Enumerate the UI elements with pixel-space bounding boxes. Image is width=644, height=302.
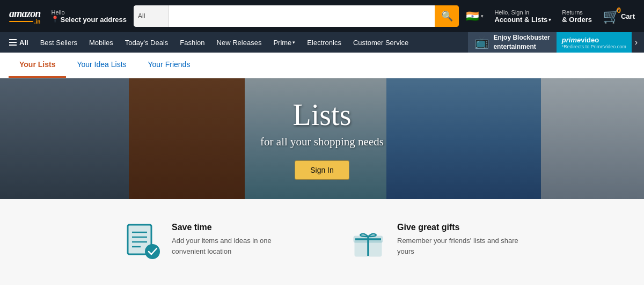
cart-count-badge: 0 xyxy=(617,6,621,14)
hamburger-icon xyxy=(9,39,17,46)
tab-your-friends[interactable]: Your Friends xyxy=(137,53,201,78)
nav-item-customer-service[interactable]: Customer Service xyxy=(347,32,414,53)
flag-chevron-icon: ▾ xyxy=(481,13,484,19)
returns-orders-link[interactable]: Returns & Orders xyxy=(558,6,596,26)
header: amazon .in Hello 📍 Select your address A… xyxy=(0,0,644,32)
india-flag-icon: 🇮🇳 xyxy=(466,10,479,23)
hero-subtitle: for all your shopping needs xyxy=(260,135,384,149)
banner-arrow-icon: › xyxy=(635,38,638,47)
address-main-text: Select your address xyxy=(60,16,127,24)
logo-text: amazon xyxy=(9,8,40,19)
search-icon: 🔍 xyxy=(441,10,453,22)
amazon-logo[interactable]: amazon .in xyxy=(5,5,44,27)
banner-text: Enjoy Blockbuster entertainment xyxy=(493,33,550,51)
account-label: Account & Lists xyxy=(494,16,547,24)
feature-give-gifts-title: Give great gifts xyxy=(397,223,521,232)
feature-save-time: Save time Add your items and ideas in on… xyxy=(123,223,295,261)
logo-country: .in xyxy=(34,19,41,25)
features-section: Save time Add your items and ideas in on… xyxy=(0,199,644,285)
prime-video-redirect-note: *Redirects to PrimeVideo.com xyxy=(562,44,626,49)
feature-give-gifts: Give great gifts Remember your friends' … xyxy=(349,223,521,261)
tab-your-lists[interactable]: Your Lists xyxy=(9,53,66,78)
address-hello: Hello xyxy=(51,9,127,16)
feature-give-gifts-desc: Remember your friends' lists and share y… xyxy=(397,235,521,256)
search-input[interactable] xyxy=(169,5,435,27)
prime-chevron-icon: ▾ xyxy=(292,40,295,45)
nav-item-mobiles[interactable]: Mobiles xyxy=(83,32,119,53)
address-selector[interactable]: Hello 📍 Select your address xyxy=(47,6,130,26)
cart-label: Cart xyxy=(621,12,635,20)
tv-icon: 📺 xyxy=(474,35,489,49)
search-category-select[interactable]: All xyxy=(134,5,169,27)
account-chevron-icon: ▾ xyxy=(548,17,551,23)
cart-button[interactable]: 🛒 0 Cart xyxy=(599,5,639,27)
returns-line1: Returns xyxy=(562,9,592,16)
nav-all-button[interactable]: All xyxy=(3,32,34,53)
account-menu[interactable]: Hello, Sign in Account & Lists ▾ xyxy=(491,6,555,26)
give-gifts-icon xyxy=(349,223,387,261)
nav-item-bestsellers[interactable]: Best Sellers xyxy=(34,32,83,53)
nav-item-electronics[interactable]: Electronics xyxy=(301,32,347,53)
svg-point-6 xyxy=(145,244,160,259)
nav-item-fashion[interactable]: Fashion xyxy=(174,32,210,53)
tabs-bar: Your Lists Your Idea Lists Your Friends xyxy=(0,53,644,78)
hero-content: Lists for all your shopping needs Sign I… xyxy=(260,98,384,180)
feature-save-time-desc: Add your items and ideas in one convenie… xyxy=(172,235,295,256)
location-pin-icon: 📍 xyxy=(51,16,59,23)
nav-item-new-releases[interactable]: New Releases xyxy=(211,32,268,53)
nav-item-prime[interactable]: Prime ▾ xyxy=(267,32,301,53)
feature-save-time-text: Save time Add your items and ideas in on… xyxy=(172,223,295,256)
navbar: All Best Sellers Mobiles Today's Deals F… xyxy=(0,32,644,53)
hero-signin-button[interactable]: Sign In xyxy=(295,160,349,180)
prime-video-banner[interactable]: 📺 Enjoy Blockbuster entertainment primev… xyxy=(468,32,641,53)
nav-all-label: All xyxy=(19,39,28,47)
search-button[interactable]: 🔍 xyxy=(435,5,459,27)
search-bar: All 🔍 xyxy=(134,5,459,27)
feature-give-gifts-text: Give great gifts Remember your friends' … xyxy=(397,223,521,256)
returns-line2: & Orders xyxy=(562,16,592,24)
hero-title: Lists xyxy=(260,98,384,132)
nav-item-todays-deals[interactable]: Today's Deals xyxy=(119,32,174,53)
prime-video-brand: primevideo xyxy=(562,36,626,44)
country-flag-selector[interactable]: 🇮🇳 ▾ xyxy=(462,7,487,25)
tab-your-idea-lists[interactable]: Your Idea Lists xyxy=(66,53,137,78)
feature-save-time-title: Save time xyxy=(172,223,295,232)
hero-banner: Lists for all your shopping needs Sign I… xyxy=(0,78,644,199)
save-time-icon xyxy=(123,223,162,261)
account-hello-text: Hello, Sign in xyxy=(494,9,551,16)
